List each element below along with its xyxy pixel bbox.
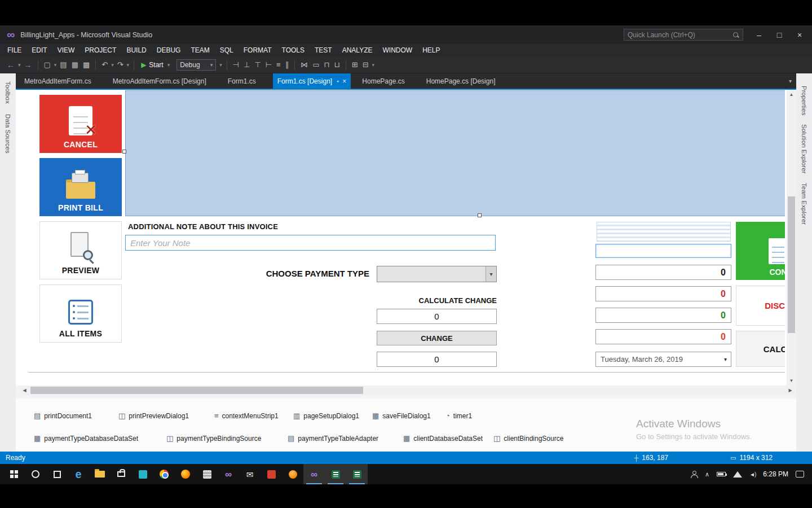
- undo-icon[interactable]: ↶: [99, 60, 110, 69]
- invoice-date-picker[interactable]: Tuesday, March 26, 2019 ▾: [595, 352, 731, 367]
- new-file-icon[interactable]: ▢: [42, 60, 53, 69]
- align-right-icon[interactable]: ⊢: [263, 60, 274, 69]
- tray-item[interactable]: ◔timer1: [445, 411, 472, 420]
- store-button[interactable]: [111, 464, 132, 484]
- undo-dropdown-icon[interactable]: ▾: [110, 62, 115, 68]
- selected-textbox[interactable]: [595, 244, 731, 258]
- start-dropdown-icon[interactable]: ▾: [166, 62, 171, 68]
- menu-item-project[interactable]: PROJECT: [80, 44, 121, 56]
- tray-item[interactable]: ▦saveFileDialog1: [372, 411, 431, 420]
- sidebar-tab-solution-explorer[interactable]: Solution Explorer: [801, 124, 807, 174]
- selection-handle[interactable]: [122, 150, 126, 154]
- firefox-button[interactable]: [175, 464, 196, 484]
- menu-item-debug[interactable]: DEBUG: [152, 44, 186, 56]
- doc-tab[interactable]: MetroAddItemForm.cs: [20, 73, 96, 89]
- doc-tab[interactable]: HomePage.cs: [358, 73, 409, 89]
- change-amount-input[interactable]: 0: [377, 309, 497, 324]
- save-all-icon[interactable]: ▩: [81, 60, 92, 69]
- scroll-right-icon[interactable]: ▶: [785, 386, 795, 395]
- redo-icon[interactable]: ↷: [115, 60, 126, 69]
- close-tab-icon[interactable]: ×: [342, 77, 346, 85]
- size-to-grid-icon[interactable]: ▭: [310, 60, 321, 69]
- tray-item[interactable]: ▤paymentTypeTableAdapter: [288, 434, 378, 443]
- preview-button[interactable]: PREVIEW: [39, 221, 122, 279]
- spacing-icon[interactable]: ∥: [283, 60, 292, 69]
- align-bottom-icon[interactable]: ⊥: [241, 60, 252, 69]
- teal-app-button[interactable]: [132, 464, 153, 484]
- calculate-button[interactable]: CALCU: [736, 331, 785, 367]
- note-input[interactable]: [125, 235, 496, 251]
- change-result-input[interactable]: 0: [377, 352, 497, 367]
- doc-tab[interactable]: Form1.cs: [223, 73, 261, 89]
- wifi-icon[interactable]: [733, 471, 742, 478]
- tray-item[interactable]: ≡contextMenuStrip1: [214, 411, 279, 420]
- save-icon[interactable]: ▦: [69, 60, 81, 69]
- excel-button-2[interactable]: [346, 464, 368, 484]
- subtotal-input[interactable]: 0: [595, 265, 731, 280]
- discount-amount-input[interactable]: 0: [595, 286, 731, 301]
- menu-item-tools[interactable]: TOOLS: [277, 44, 310, 56]
- redo-dropdown-icon[interactable]: ▾: [126, 62, 131, 68]
- tray-item[interactable]: ▤printDocument1: [34, 411, 92, 420]
- menu-item-build[interactable]: BUILD: [121, 44, 151, 56]
- doc-tab[interactable]: HomePage.cs [Design]: [422, 73, 500, 89]
- totals-mini-grid[interactable]: [597, 222, 731, 242]
- battery-icon[interactable]: [717, 472, 726, 476]
- scroll-left-icon[interactable]: ◀: [20, 386, 29, 395]
- sidebar-tab-team-explorer[interactable]: Team Explorer: [801, 183, 807, 225]
- file-explorer-button[interactable]: [89, 464, 111, 484]
- send-to-back-icon[interactable]: ⊔: [332, 60, 342, 69]
- menu-item-window[interactable]: WINDOW: [377, 44, 417, 56]
- vertical-scrollbar[interactable]: ▲ ▼: [787, 90, 796, 386]
- menu-item-edit[interactable]: EDIT: [27, 44, 52, 56]
- menu-item-team[interactable]: TEAM: [186, 44, 214, 56]
- menu-item-help[interactable]: HELP: [417, 44, 445, 56]
- minimize-button[interactable]: –: [749, 25, 769, 44]
- debug-target-dropdown-icon[interactable]: ▾: [218, 62, 223, 68]
- cancel-button[interactable]: ✕ CANCEL: [39, 95, 122, 153]
- new-file-dropdown-icon[interactable]: ▾: [53, 62, 58, 68]
- back-dropdown-icon[interactable]: ▾: [17, 62, 22, 68]
- scroll-down-icon[interactable]: ▼: [787, 376, 796, 386]
- tray-item[interactable]: ◫printPreviewDialog1: [118, 411, 189, 420]
- sidebar-tab-toolbox[interactable]: Toolbox: [5, 81, 11, 104]
- invoice-items-grid-panel[interactable]: [125, 90, 785, 216]
- change-button[interactable]: CHANGE: [377, 331, 497, 345]
- red-app-button[interactable]: [261, 464, 282, 484]
- edge-button[interactable]: e: [68, 464, 89, 484]
- make-same-size-icon[interactable]: ≡: [274, 60, 283, 69]
- sidebar-tab-properties[interactable]: Properties: [801, 86, 807, 115]
- scroll-up-icon[interactable]: ▲: [787, 90, 796, 99]
- align-left-icon[interactable]: ⊣: [231, 60, 241, 69]
- bring-to-front-icon[interactable]: ⊓: [321, 60, 332, 69]
- payment-type-combobox[interactable]: ▾: [377, 266, 497, 282]
- clock-text[interactable]: 6:28 PM: [763, 470, 788, 478]
- volume-icon[interactable]: ◄): [749, 471, 756, 478]
- tab-overflow-icon[interactable]: ▾: [789, 78, 796, 84]
- combo-arrow-icon[interactable]: ▾: [486, 266, 496, 282]
- due-amount-input[interactable]: 0: [595, 329, 731, 344]
- print-bill-button[interactable]: PRINT BILL: [39, 158, 122, 216]
- menu-item-format[interactable]: FORMAT: [239, 44, 277, 56]
- navigate-forward-icon[interactable]: →: [22, 60, 34, 69]
- horizontal-scrollbar[interactable]: ◀ ▶: [20, 386, 795, 395]
- paid-amount-input[interactable]: 0: [595, 308, 731, 323]
- navigate-back-icon[interactable]: ←: [5, 60, 17, 69]
- tray-item[interactable]: ▦paymentTypeDatabaseDataSet: [34, 434, 138, 443]
- mail-button[interactable]: ✉: [239, 464, 261, 484]
- gray-app-button[interactable]: [196, 464, 218, 484]
- chevron-up-icon[interactable]: ∧: [705, 471, 709, 478]
- date-dropdown-icon[interactable]: ▾: [724, 356, 731, 362]
- tray-item[interactable]: ▦clientDatabaseDataSet: [403, 434, 483, 443]
- orange-app-button[interactable]: [282, 464, 303, 484]
- visual-studio-active-button[interactable]: ∞: [303, 464, 325, 484]
- start-menu-button[interactable]: [3, 464, 25, 484]
- tray-item[interactable]: ◫clientBindingSource: [493, 434, 563, 443]
- horizontal-scroll-thumb[interactable]: [30, 387, 363, 394]
- cortana-button[interactable]: [25, 464, 46, 484]
- search-icon[interactable]: [732, 32, 739, 38]
- tray-item[interactable]: ◫paymentTypeBindingSource: [166, 434, 261, 443]
- center-horizontal-icon[interactable]: ⋈: [298, 60, 310, 69]
- people-icon[interactable]: [690, 471, 698, 478]
- vertical-scroll-thumb[interactable]: [788, 196, 795, 333]
